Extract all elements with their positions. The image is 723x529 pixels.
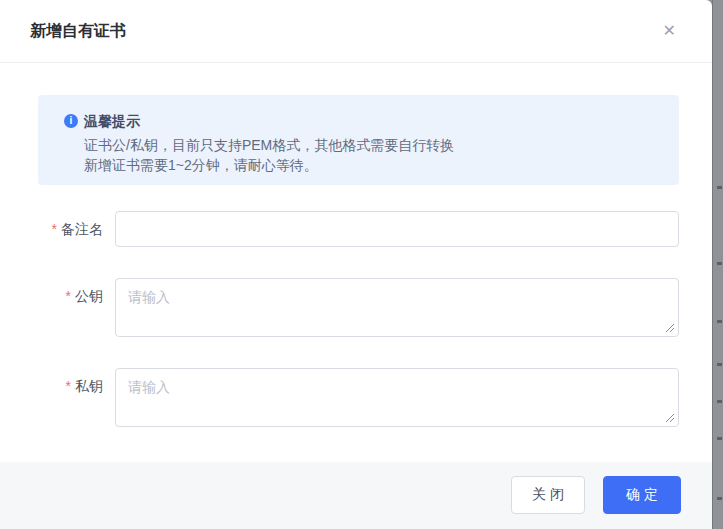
background-artifact: [717, 497, 722, 500]
remark-label: *备注名: [38, 211, 115, 247]
private-key-control: [115, 368, 679, 427]
remark-name-input[interactable]: [115, 211, 679, 247]
background-artifact: [717, 400, 722, 403]
alert-title: 温馨提示: [84, 111, 454, 131]
dialog-title: 新增自有证书: [30, 21, 126, 42]
certificate-form: *备注名 *公钥: [38, 211, 679, 427]
background-artifact: [717, 363, 722, 366]
info-alert: i 温馨提示 证书公/私钥，目前只支持PEM格式，其他格式需要自行转换 新增证书…: [38, 95, 679, 185]
form-row-remark: *备注名: [38, 211, 679, 247]
public-key-textarea[interactable]: [115, 278, 679, 337]
close-icon[interactable]: ✕: [659, 19, 680, 43]
private-key-label: *私钥: [38, 368, 115, 404]
private-key-textarea[interactable]: [115, 368, 679, 427]
form-row-public-key: *公钥: [38, 278, 679, 337]
page-overlay-strip: [712, 0, 723, 529]
dialog-header: 新增自有证书 ✕: [0, 0, 712, 63]
public-key-label-text: 公钥: [75, 288, 103, 304]
public-key-label: *公钥: [38, 278, 115, 314]
background-artifact: [717, 186, 722, 189]
dialog-footer: 关 闭 确 定: [0, 462, 712, 529]
alert-line-1: 证书公/私钥，目前只支持PEM格式，其他格式需要自行转换: [84, 135, 454, 155]
private-key-label-text: 私钥: [75, 378, 103, 394]
confirm-button[interactable]: 确 定: [603, 476, 681, 514]
resize-handle-icon[interactable]: [665, 323, 675, 333]
required-asterisk: *: [66, 288, 71, 304]
form-row-private-key: *私钥: [38, 368, 679, 427]
screen: 新增自有证书 ✕ i 温馨提示 证书公/私钥，目前只支持PEM格式，其他格式需要…: [0, 0, 723, 529]
remark-label-text: 备注名: [61, 221, 103, 237]
close-button[interactable]: 关 闭: [511, 476, 585, 514]
alert-line-2: 新增证书需要1~2分钟，请耐心等待。: [84, 155, 454, 175]
info-icon: i: [64, 114, 78, 128]
alert-content: 温馨提示 证书公/私钥，目前只支持PEM格式，其他格式需要自行转换 新增证书需要…: [84, 111, 454, 175]
resize-handle-icon[interactable]: [665, 413, 675, 423]
background-artifact: [717, 320, 722, 323]
dialog-body: i 温馨提示 证书公/私钥，目前只支持PEM格式，其他格式需要自行转换 新增证书…: [0, 63, 712, 427]
add-certificate-dialog: 新增自有证书 ✕ i 温馨提示 证书公/私钥，目前只支持PEM格式，其他格式需要…: [0, 0, 712, 529]
required-asterisk: *: [52, 221, 57, 237]
background-artifact: [717, 437, 722, 440]
public-key-control: [115, 278, 679, 337]
required-asterisk: *: [66, 378, 71, 394]
background-artifact: [717, 262, 722, 265]
remark-control: [115, 211, 679, 247]
